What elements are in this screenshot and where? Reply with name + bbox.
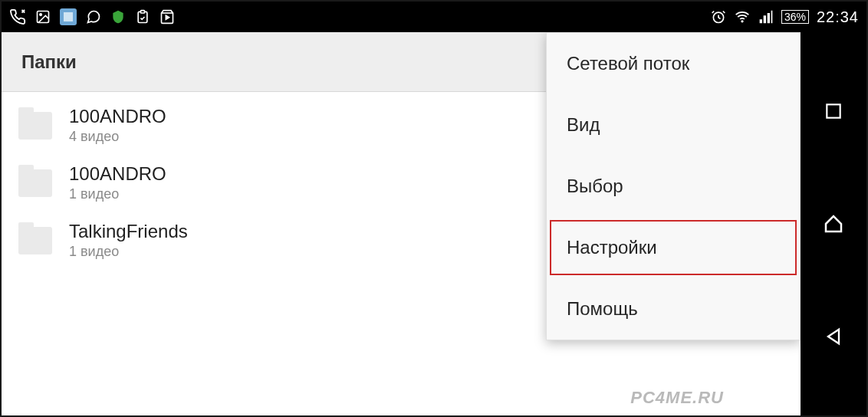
status-right: 36% 22:34: [711, 8, 859, 26]
svg-rect-5: [64, 12, 73, 21]
app-content: Папки 100ANDRO 4 видео 100ANDRO 1 видео: [2, 32, 801, 415]
folder-icon: [18, 169, 52, 197]
folder-icon: [18, 112, 52, 140]
folder-icon: [18, 227, 52, 254]
clipboard-icon: [135, 9, 150, 25]
battery-indicator: 36%: [781, 10, 809, 24]
chat-icon: [86, 9, 101, 25]
image-icon: [35, 9, 51, 25]
wifi-icon: [734, 9, 751, 25]
shopping-bag-icon: [159, 9, 175, 25]
app-icon-1: [60, 8, 77, 25]
clock: 22:34: [817, 8, 859, 26]
folder-name: 100ANDRO: [69, 106, 166, 127]
folder-subtitle: 1 видео: [69, 186, 166, 202]
folder-name: TalkingFriends: [69, 221, 188, 242]
svg-rect-7: [141, 11, 145, 13]
home-button[interactable]: [818, 208, 849, 239]
svg-point-3: [40, 14, 42, 15]
menu-item-select[interactable]: Выбор: [547, 156, 800, 217]
folder-name: 100ANDRO: [69, 163, 166, 185]
menu-item-help[interactable]: Помощь: [547, 278, 800, 340]
folder-subtitle: 1 видео: [69, 244, 188, 260]
missed-call-icon: [9, 8, 26, 25]
overflow-menu: Сетевой поток Вид Выбор Настройки Помощь: [546, 32, 801, 340]
svg-point-11: [741, 21, 743, 22]
svg-marker-9: [166, 15, 169, 19]
svg-rect-14: [827, 105, 840, 118]
device-frame: 36% 22:34 Папки 100ANDRO 4 видео 100ANDR…: [0, 0, 868, 417]
status-left-icons: [9, 8, 175, 25]
status-bar: 36% 22:34: [2, 2, 866, 32]
menu-item-network-stream[interactable]: Сетевой поток: [547, 33, 800, 94]
battery-text: 36%: [784, 11, 806, 23]
menu-item-view[interactable]: Вид: [547, 94, 800, 156]
signal-icon: [758, 9, 774, 25]
watermark: PC4ME.RU: [630, 388, 724, 408]
alarm-icon: [711, 9, 726, 25]
shield-icon: [110, 9, 126, 25]
menu-item-settings[interactable]: Настройки: [547, 217, 800, 278]
folder-subtitle: 4 видео: [69, 129, 166, 145]
nav-bar: [801, 32, 866, 415]
page-title: Папки: [21, 51, 77, 73]
recent-apps-button[interactable]: [818, 96, 849, 126]
back-button[interactable]: [818, 321, 849, 352]
